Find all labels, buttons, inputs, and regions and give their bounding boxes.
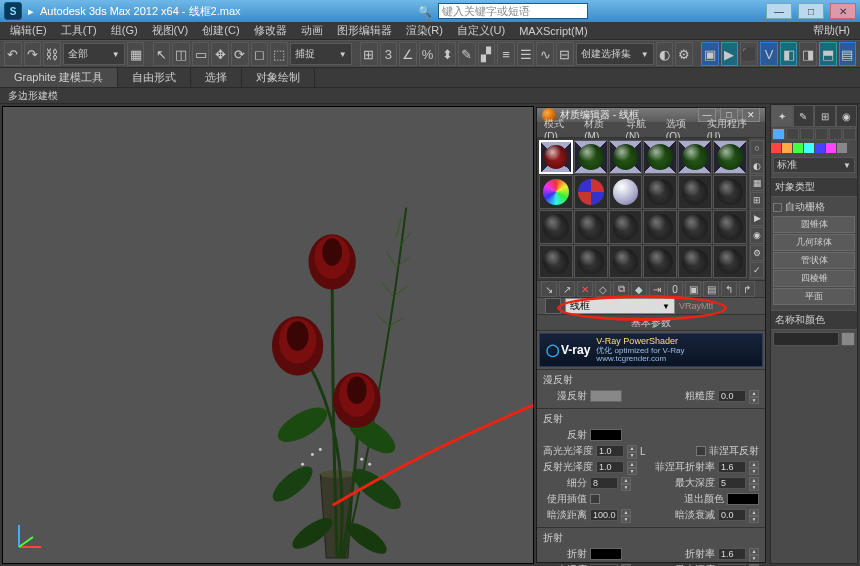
swatch[interactable]: [826, 143, 836, 153]
mat-slot[interactable]: [609, 140, 643, 174]
rotate-button[interactable]: ⟳: [231, 42, 249, 66]
mat-slot[interactable]: [643, 210, 677, 244]
region-button[interactable]: ◫: [172, 42, 190, 66]
render-frame-button[interactable]: ▣: [701, 42, 719, 66]
mat-slot[interactable]: [643, 245, 677, 279]
put-to-lib-button[interactable]: ⇥: [649, 281, 665, 297]
dimf-input[interactable]: 0.0: [718, 509, 746, 521]
maxd-spinner[interactable]: ▲▼: [749, 477, 759, 489]
menu-tools[interactable]: 工具(T): [55, 23, 103, 38]
go-parent-button[interactable]: ↰: [721, 281, 737, 297]
swatch[interactable]: [771, 143, 781, 153]
mat-slot[interactable]: [678, 245, 712, 279]
modify-tab[interactable]: ✎: [793, 105, 815, 127]
menu-modifiers[interactable]: 修改器: [248, 23, 293, 38]
menu-render[interactable]: 渲染(R): [400, 23, 449, 38]
undo-button[interactable]: ↶: [4, 42, 22, 66]
rglossy-spinner[interactable]: ▲▼: [627, 461, 637, 473]
object-color-swatch[interactable]: [841, 332, 855, 346]
space-warps-button[interactable]: [843, 128, 856, 140]
dimf-spinner[interactable]: ▲▼: [749, 509, 759, 521]
exit-swatch[interactable]: [727, 493, 759, 505]
preview-button[interactable]: ◉: [750, 227, 764, 243]
create-tab[interactable]: ✦: [771, 105, 793, 127]
scale-button[interactable]: ◻: [251, 42, 269, 66]
snap3-button[interactable]: 3: [380, 42, 398, 66]
video-check-button[interactable]: ▶: [750, 210, 764, 226]
filter-button[interactable]: ▦: [127, 42, 145, 66]
mat-slot[interactable]: [539, 245, 573, 279]
mat-slot[interactable]: [574, 140, 608, 174]
ribbon-tab-freeform[interactable]: 自由形式: [118, 68, 191, 87]
render-button[interactable]: ▶: [721, 42, 739, 66]
put-to-scene-button[interactable]: ↗: [559, 281, 575, 297]
swatch[interactable]: [815, 143, 825, 153]
quick-render-button[interactable]: ⬛: [740, 42, 758, 66]
close-button[interactable]: ✕: [830, 3, 856, 19]
ribbon-tab-graphite[interactable]: Graphite 建模工具: [0, 68, 118, 87]
show-end-button[interactable]: ▤: [703, 281, 719, 297]
motion-tab[interactable]: ◉: [836, 105, 858, 127]
menu-create[interactable]: 创建(C): [196, 23, 245, 38]
shapes-button[interactable]: [786, 128, 799, 140]
uv-tiling-button[interactable]: ⊞: [750, 192, 764, 208]
background-button[interactable]: ▦: [750, 175, 764, 191]
autogrid-checkbox[interactable]: [773, 203, 782, 212]
minimize-button[interactable]: —: [766, 3, 792, 19]
link-button[interactable]: ⛓: [43, 42, 61, 66]
mat-slot[interactable]: [609, 175, 643, 209]
subdiv-spinner[interactable]: ▲▼: [621, 477, 631, 489]
viewport[interactable]: [ + ][ 透视 ][ 真实: [2, 106, 534, 564]
menu-help[interactable]: 帮助(H): [807, 23, 856, 38]
mat-slot[interactable]: [678, 175, 712, 209]
swatch[interactable]: [782, 143, 792, 153]
snap2-button[interactable]: ⊞: [360, 42, 378, 66]
swatch[interactable]: [837, 143, 847, 153]
ior-spinner[interactable]: ▲▼: [749, 548, 759, 560]
reset-button[interactable]: ◇: [595, 281, 611, 297]
hilight-input[interactable]: 1.0: [596, 445, 624, 457]
named-sel-button[interactable]: ✎: [458, 42, 476, 66]
section-name-color[interactable]: 名称和颜色: [771, 310, 857, 330]
percent-snap-button[interactable]: %: [419, 42, 437, 66]
mat-slot[interactable]: [609, 245, 643, 279]
show-map-button[interactable]: ▣: [685, 281, 701, 297]
roughness-spinner[interactable]: ▲▼: [749, 390, 759, 402]
window-button[interactable]: ▭: [192, 42, 210, 66]
rfb-button[interactable]: ◧: [780, 42, 798, 66]
mat-slot[interactable]: [713, 175, 747, 209]
material-name-dropdown[interactable]: 线框 ▼: [565, 298, 675, 314]
diffuse-swatch[interactable]: [590, 390, 622, 402]
mat-slot[interactable]: [539, 210, 573, 244]
reflect-swatch[interactable]: [590, 429, 622, 441]
category-dropdown[interactable]: 标准▼: [773, 157, 855, 173]
make-unique-button[interactable]: ◆: [631, 281, 647, 297]
menu-group[interactable]: 组(G): [105, 23, 144, 38]
rollup-basic[interactable]: 基本参数: [537, 315, 765, 331]
render-setup-button[interactable]: ⚙: [675, 42, 693, 66]
mat-slot[interactable]: [574, 175, 608, 209]
vray-button[interactable]: V: [760, 42, 778, 66]
mat-slot[interactable]: [539, 140, 573, 174]
pick-material-button[interactable]: [545, 298, 561, 314]
align-button[interactable]: ≡: [497, 42, 515, 66]
ribbon-tab-select[interactable]: 选择: [191, 68, 242, 87]
subdiv-input[interactable]: 8: [590, 477, 618, 489]
snap-dropdown[interactable]: 捕捉▼: [290, 43, 352, 65]
scope-dropdown[interactable]: 全部▼: [63, 43, 125, 65]
mat-slot[interactable]: [713, 140, 747, 174]
go-forward-button[interactable]: ↱: [739, 281, 755, 297]
swatch[interactable]: [804, 143, 814, 153]
cameras-button[interactable]: [815, 128, 828, 140]
selection-set-dropdown[interactable]: 创建选择集▼: [576, 43, 654, 65]
prod-render-button[interactable]: ▤: [839, 42, 857, 66]
mirror-button[interactable]: ▞: [478, 42, 496, 66]
mat-slot[interactable]: [678, 140, 712, 174]
menu-view[interactable]: 视图(V): [146, 23, 195, 38]
section-object-type[interactable]: 对象类型: [771, 177, 857, 197]
rglossy-input[interactable]: 1.0: [596, 461, 624, 473]
btn-tube[interactable]: 管状体: [773, 252, 855, 269]
sample-type-button[interactable]: ○: [750, 140, 764, 156]
hilight-spinner[interactable]: ▲▼: [627, 445, 637, 457]
roughness-input[interactable]: 0.0: [718, 390, 746, 402]
